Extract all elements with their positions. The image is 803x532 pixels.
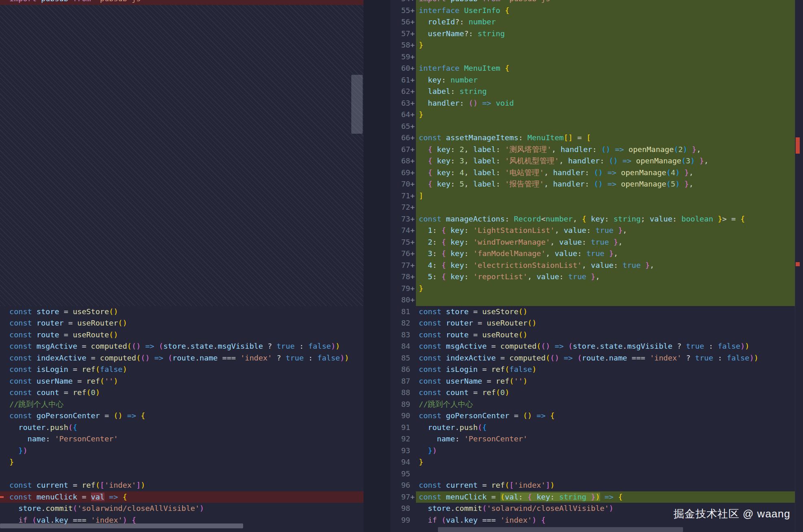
code-line[interactable]: import pubsub from 'pubsub-js' bbox=[0, 0, 363, 5]
line-number-gutter[interactable]: 56+ bbox=[390, 16, 416, 28]
code-line[interactable]: 77+ 4: { key: 'electrictionStaionList', … bbox=[390, 260, 795, 271]
line-number-gutter[interactable]: 90 bbox=[390, 410, 416, 422]
line-number-gutter[interactable]: 96 bbox=[390, 480, 416, 491]
code-line[interactable]: const router = useRouter() bbox=[0, 317, 363, 329]
left-vertical-scrollbar-thumb[interactable] bbox=[351, 75, 363, 134]
code-line[interactable]: 93 }) bbox=[390, 445, 795, 457]
code-line[interactable]: 74+ 1: { key: 'LightStationList', value:… bbox=[390, 225, 795, 237]
code-line[interactable]: 58+} bbox=[390, 39, 795, 51]
code-line[interactable]: 82const router = useRouter() bbox=[390, 317, 795, 329]
code-line[interactable]: 68+ { key: 3, label: '风机机型管理', handler: … bbox=[390, 155, 795, 167]
line-number-gutter[interactable]: 79+ bbox=[390, 283, 416, 295]
code-line[interactable]: 61+ key: number bbox=[390, 74, 795, 86]
code-line[interactable]: 56+ roleId?: number bbox=[390, 16, 795, 28]
code-line[interactable]: 59+ bbox=[390, 51, 795, 63]
line-number-gutter[interactable]: 54+ bbox=[390, 0, 416, 5]
code-line[interactable]: 57+ userName?: string bbox=[390, 28, 795, 40]
code-line[interactable]: } bbox=[0, 456, 363, 468]
code-line[interactable]: const msgActive = computed(() => (store.… bbox=[0, 341, 363, 352]
code-line[interactable]: 86const isLogin = ref(false) bbox=[390, 364, 795, 376]
code-line[interactable]: const isLogin = ref(false) bbox=[0, 364, 363, 376]
line-number-gutter[interactable]: 81 bbox=[390, 306, 416, 318]
line-number-gutter[interactable]: 88 bbox=[390, 387, 416, 399]
code-line[interactable]: 73+const manageActions: Record<number, {… bbox=[390, 213, 795, 225]
code-line[interactable]: const route = useRoute() bbox=[0, 329, 363, 341]
line-number-gutter[interactable]: 74+ bbox=[390, 225, 416, 237]
line-number-gutter[interactable]: 77+ bbox=[390, 260, 416, 271]
code-line[interactable]: const store = useStore() bbox=[0, 306, 363, 318]
code-line[interactable]: 88const count = ref(0) bbox=[390, 387, 795, 399]
line-number-gutter[interactable]: 80+ bbox=[390, 294, 416, 306]
code-line[interactable]: 91 router.push({ bbox=[390, 422, 795, 434]
code-line[interactable]: 69+ { key: 4, label: '电站管理', handler: ()… bbox=[390, 167, 795, 179]
line-number-gutter[interactable]: 62+ bbox=[390, 86, 416, 98]
code-line[interactable]: 95 bbox=[390, 468, 795, 480]
code-line[interactable]: 79+} bbox=[390, 283, 795, 295]
code-line[interactable]: const userName = ref('') bbox=[0, 376, 363, 387]
code-line[interactable]: 72+ bbox=[390, 202, 795, 213]
code-line[interactable]: 71+] bbox=[390, 190, 795, 202]
line-number-gutter[interactable]: 87 bbox=[390, 376, 416, 387]
code-line[interactable]: //跳到个人中心 bbox=[0, 399, 363, 410]
code-line[interactable]: store.commit('solarwind/closeAllVisible'… bbox=[0, 503, 363, 515]
line-number-gutter[interactable]: 78+ bbox=[390, 271, 416, 283]
code-line[interactable]: 81const store = useStore() bbox=[390, 306, 795, 318]
line-number-gutter[interactable]: 55+ bbox=[390, 5, 416, 17]
code-line[interactable]: 84const msgActive = computed(() => (stor… bbox=[390, 341, 795, 352]
line-number-gutter[interactable]: 91 bbox=[390, 422, 416, 434]
line-number-gutter[interactable]: 85 bbox=[390, 352, 416, 364]
code-line[interactable]: 85const indexActive = computed(() => (ro… bbox=[390, 352, 795, 364]
code-line[interactable]: 87const userName = ref('') bbox=[390, 376, 795, 387]
code-line[interactable]: 54+import pubsub from 'pubsub-js' bbox=[390, 0, 795, 5]
code-line[interactable]: }) bbox=[0, 445, 363, 457]
code-line[interactable]: 92 name: 'PersonCenter' bbox=[390, 433, 795, 445]
line-number-gutter[interactable]: 84 bbox=[390, 341, 416, 352]
code-line[interactable]: 83const route = useRoute() bbox=[390, 329, 795, 341]
line-number-gutter[interactable]: 68+ bbox=[390, 155, 416, 167]
original-editor-pane[interactable]: import pubsub from 'pubsub-js'const stor… bbox=[0, 0, 363, 532]
line-number-gutter[interactable]: 60+ bbox=[390, 63, 416, 74]
line-number-gutter[interactable]: 86 bbox=[390, 364, 416, 376]
code-line[interactable]: 96const current = ref(['index']) bbox=[390, 480, 795, 491]
code-line[interactable]: 80+ bbox=[390, 294, 795, 306]
line-number-gutter[interactable]: 76+ bbox=[390, 248, 416, 260]
line-number-gutter[interactable]: 69+ bbox=[390, 167, 416, 179]
code-line[interactable]: 89//跳到个人中心 bbox=[390, 399, 795, 410]
line-number-gutter[interactable]: 71+ bbox=[390, 190, 416, 202]
code-line[interactable]: 64+} bbox=[390, 109, 795, 121]
code-line[interactable]: 78+ 5: { key: 'reportList', value: true … bbox=[390, 271, 795, 283]
line-number-gutter[interactable]: 59+ bbox=[390, 51, 416, 63]
line-number-gutter[interactable]: 65+ bbox=[390, 121, 416, 132]
line-number-gutter[interactable]: 83 bbox=[390, 329, 416, 341]
code-line[interactable]: router.push({ bbox=[0, 422, 363, 434]
line-number-gutter[interactable]: 82 bbox=[390, 317, 416, 329]
code-line[interactable]: 94} bbox=[390, 456, 795, 468]
line-number-gutter[interactable]: 97+ bbox=[390, 491, 416, 503]
line-number-gutter[interactable]: 99 bbox=[390, 515, 416, 526]
line-number-gutter[interactable]: 75+ bbox=[390, 237, 416, 248]
line-number-gutter[interactable]: 73+ bbox=[390, 213, 416, 225]
code-line[interactable]: 97+const menuClick = (val: { key: string… bbox=[390, 491, 795, 503]
code-line[interactable]: 55+interface UserInfo { bbox=[390, 5, 795, 17]
line-number-gutter[interactable]: 93 bbox=[390, 445, 416, 457]
code-line[interactable]: 60+interface MenuItem { bbox=[390, 63, 795, 74]
code-line[interactable] bbox=[0, 468, 363, 480]
line-number-gutter[interactable]: 89 bbox=[390, 399, 416, 410]
line-number-gutter[interactable]: 98 bbox=[390, 503, 416, 515]
code-line[interactable]: const count = ref(0) bbox=[0, 387, 363, 399]
line-number-gutter[interactable]: 58+ bbox=[390, 39, 416, 51]
line-number-gutter[interactable]: 72+ bbox=[390, 202, 416, 213]
code-line[interactable]: 75+ 2: { key: 'windTowerManage', value: … bbox=[390, 237, 795, 248]
line-number-gutter[interactable]: 61+ bbox=[390, 74, 416, 86]
overview-ruler-diff-mark[interactable] bbox=[796, 262, 800, 266]
code-line[interactable]: const current = ref(['index']) bbox=[0, 480, 363, 491]
line-number-gutter[interactable]: 66+ bbox=[390, 132, 416, 144]
line-number-gutter[interactable]: 64+ bbox=[390, 109, 416, 121]
code-line[interactable]: const menuClick = val => { bbox=[0, 491, 363, 503]
code-line[interactable]: 90const goPersonCenter = () => { bbox=[390, 410, 795, 422]
overview-ruler[interactable] bbox=[795, 0, 803, 532]
code-line[interactable]: const indexActive = computed(() => (rout… bbox=[0, 352, 363, 364]
right-horizontal-scrollbar-thumb[interactable] bbox=[438, 527, 683, 532]
code-line[interactable]: 76+ 3: { key: 'fanModelManage', value: t… bbox=[390, 248, 795, 260]
line-number-gutter[interactable]: 94 bbox=[390, 456, 416, 468]
